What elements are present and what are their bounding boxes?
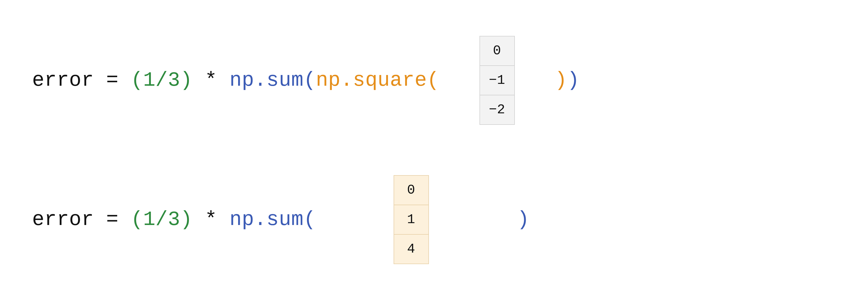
paren-open: ( xyxy=(131,70,143,90)
vector-cell: −1 xyxy=(480,66,515,96)
sum-paren-close: ) xyxy=(567,70,580,90)
expression-row-2: error = ( 1/3 ) * np.sum ( 0 1 4 ) xyxy=(32,175,836,264)
np-sum: np.sum xyxy=(229,70,304,90)
vector-cell: −2 xyxy=(480,96,515,125)
paren-close: ) xyxy=(180,70,192,90)
sum-paren-open: ( xyxy=(303,70,316,90)
vector-cell: 1 xyxy=(394,205,429,235)
lhs: error xyxy=(32,210,94,230)
assign-op: = xyxy=(94,70,131,90)
sum-paren-open: ( xyxy=(303,210,316,230)
assign-op: = xyxy=(94,210,131,230)
column-vector-grey: 0 −1 −2 xyxy=(479,36,515,125)
mult-op: * xyxy=(192,210,229,230)
diagram-canvas: error = ( 1/3 ) * np.sum ( np.square ( 0… xyxy=(0,0,868,300)
vector-cell: 0 xyxy=(480,36,515,66)
square-paren-open: ( xyxy=(427,70,439,90)
fraction: 1/3 xyxy=(143,210,180,230)
column-vector-cream: 0 1 4 xyxy=(394,175,429,264)
np-square: np.square xyxy=(316,70,427,90)
lhs: error xyxy=(32,70,94,90)
paren-open: ( xyxy=(131,210,143,230)
vector-cell: 0 xyxy=(394,176,429,205)
paren-close: ) xyxy=(180,210,192,230)
vector-cell: 4 xyxy=(394,235,429,264)
mult-op: * xyxy=(192,70,229,90)
sum-paren-close: ) xyxy=(517,210,529,230)
square-paren-close: ) xyxy=(555,70,567,90)
expression-row-1: error = ( 1/3 ) * np.sum ( np.square ( 0… xyxy=(32,36,836,125)
np-sum: np.sum xyxy=(229,210,304,230)
fraction: 1/3 xyxy=(143,70,180,90)
